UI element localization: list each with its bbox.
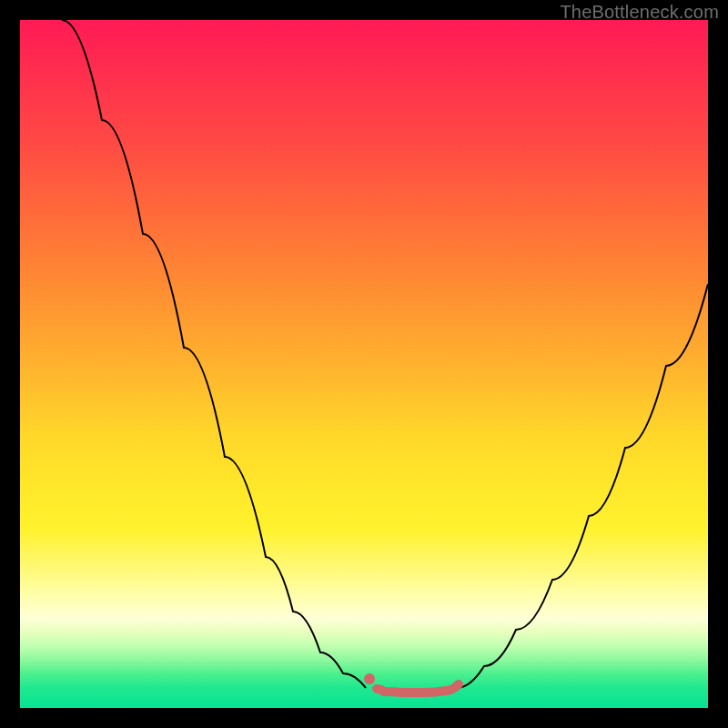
basin-accent: [377, 684, 459, 693]
watermark-text: TheBottleneck.com: [560, 2, 719, 23]
gradient-plot-area: [20, 20, 708, 708]
left-curve: [62, 20, 366, 688]
basin-dot: [364, 673, 375, 684]
right-curve: [457, 284, 708, 688]
plot-svg: [20, 20, 708, 708]
